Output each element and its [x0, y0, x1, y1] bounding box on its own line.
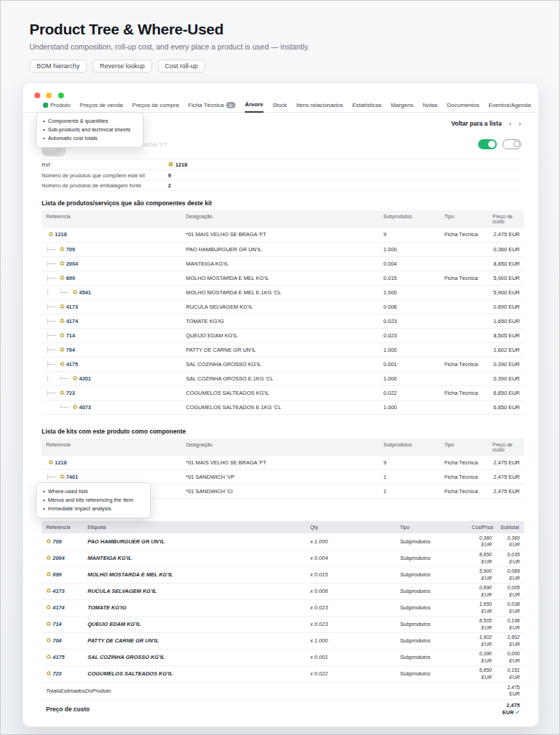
recycle-icon: ♻	[60, 474, 65, 480]
tab-label: Documentos	[447, 102, 480, 108]
ref-link[interactable]: 4175	[52, 654, 65, 660]
recycle-icon: ♻	[60, 246, 65, 253]
ref-link[interactable]: 4173	[66, 304, 78, 310]
designacao-cell: MANTEIGA KG'IL	[182, 256, 379, 271]
close-window-icon[interactable]	[34, 93, 40, 98]
tab[interactable]: Documentos	[447, 102, 480, 112]
info-label: Ref.	[42, 161, 168, 168]
tipo-cell: Subprodutos	[396, 566, 467, 583]
ref-link[interactable]: 723	[66, 390, 75, 396]
subtotal-cell: 0,196 EUR	[496, 616, 524, 632]
costprice-cell: 6,850 EUR	[467, 665, 496, 682]
tab-label: Preços de compra	[132, 102, 179, 108]
ref-link[interactable]: 714	[52, 621, 62, 627]
tipo-cell: Subprodutos	[396, 632, 467, 649]
ref-link[interactable]: 714	[66, 332, 75, 339]
component-row: ├── ♻ 699 MOLHO MOSTARDA E MEL KG'IL 0.0…	[42, 271, 524, 285]
bullet-icon: •	[43, 496, 45, 505]
callout-item: • Immediate impact analysis	[43, 505, 144, 513]
tipo-cell: Ficha Técnica	[440, 271, 488, 285]
tab[interactable]: Stock	[273, 102, 287, 112]
feature-chip[interactable]: Cost roll-up	[158, 60, 205, 72]
etiqueta-cell: PAO HAMBURGUER GR UN'IL	[83, 533, 306, 550]
qty-cell: x 1.000	[306, 533, 396, 550]
subprodutos-cell: 0.022	[379, 385, 440, 400]
column-header-subprodutos: Subprodutos	[379, 210, 440, 228]
next-icon[interactable]: ›	[518, 120, 521, 128]
tree-connector-icon: ├──	[46, 390, 56, 396]
prev-icon[interactable]: ‹	[509, 120, 512, 128]
tipo-cell	[440, 371, 488, 385]
tab[interactable]: Eventos/Agenda	[489, 102, 531, 112]
tab[interactable]: Margens	[391, 102, 414, 112]
maximize-window-icon[interactable]	[58, 93, 64, 98]
ref-link[interactable]: 704	[52, 637, 62, 644]
ref-link[interactable]: 4174	[52, 604, 65, 611]
component-row: │ └── ♻ 4541 MOLHO MOSTARDA E MEL E.1KG …	[42, 285, 524, 299]
column-header-referencia: Referencia	[42, 521, 83, 533]
component-row: ├── ♻ 709 PAO HAMBURGUER GR UN'IL 1.000 …	[42, 242, 524, 256]
feature-chip[interactable]: Reverse lookup	[93, 60, 152, 72]
ref-link[interactable]: 723	[52, 670, 62, 677]
ref-link[interactable]: 1218	[55, 459, 67, 466]
ref-link[interactable]: 699	[52, 571, 62, 578]
qty-cell: x 0.022	[306, 665, 396, 682]
ref-link[interactable]: 709	[52, 538, 62, 545]
tree-connector-icon: │ └──	[46, 375, 69, 382]
tree-connector-icon: ├──	[46, 275, 56, 281]
ref-link[interactable]: 4073	[79, 404, 91, 411]
tab[interactable]: Estatísticas	[353, 102, 382, 112]
page-subtitle: Understand composition, roll-up cost, an…	[29, 42, 538, 51]
subprodutos-cell: 9	[379, 456, 440, 470]
ref-link[interactable]: 4174	[66, 318, 78, 324]
tab[interactable]: Preços de compra	[132, 102, 179, 112]
callout-text: Automatic cost totals	[48, 134, 98, 143]
minimize-window-icon[interactable]	[46, 93, 52, 98]
ref-link[interactable]: 2004	[66, 261, 78, 267]
ref-link[interactable]: 699	[66, 275, 75, 281]
tab[interactable]: Árvore	[245, 101, 263, 113]
ref-link[interactable]: 709	[66, 246, 75, 253]
ficha-row: ♻ 709 PAO HAMBURGUER GR UN'IL x 1.000 Su…	[42, 533, 524, 550]
designacao-cell: COGUMELOS SALTEADOS KG'IL	[182, 385, 379, 400]
tree-connector-icon: │ └──	[46, 289, 69, 296]
ref-link[interactable]: 4173	[52, 588, 65, 594]
tab-label: Preços de venda	[80, 102, 123, 108]
qty-cell: x 0.006	[306, 583, 396, 599]
ref-link[interactable]: 4175	[66, 361, 78, 368]
ficha-row: ♻ 4173 RUCULA SELVAGEM KG'IL x 0.006 Sub…	[42, 583, 524, 599]
tab-label: Eventos/Agenda	[489, 102, 531, 108]
totals-label: TotaisEstimadosDoProduto	[42, 682, 496, 699]
callout-item: • Where-used lists	[43, 487, 144, 496]
tipo-cell: Subprodutos	[396, 583, 467, 599]
subtotal-cell: 1,602 EUR	[496, 632, 524, 649]
callout-item: • Sub-products and technical sheets	[43, 126, 136, 134]
referencia-cell: ├── ♻ 4175	[42, 357, 182, 371]
toggle-secondary[interactable]	[503, 139, 521, 149]
info-value: ♻ 9	[168, 172, 171, 179]
tab[interactable]: Ficha Técnica 11	[188, 102, 235, 112]
callout-item: • Automatic cost totals	[43, 134, 136, 143]
toggle-active[interactable]	[478, 139, 497, 149]
tab[interactable]: Itens relacionados	[297, 102, 343, 112]
ref-link[interactable]: 4541	[79, 289, 91, 296]
designacao-cell: *01 MAIS VELHO SE BRAGA 'FT	[182, 456, 379, 470]
ref-link[interactable]: 1218	[55, 231, 67, 238]
feature-chip[interactable]: BOM hierarchy	[29, 60, 87, 72]
tab[interactable]: Produto	[43, 102, 70, 112]
callout-text: Components & quantities	[48, 117, 108, 126]
designacao-cell: SAL COZINHA GROSSO E.1KG 'CL	[182, 371, 379, 385]
qty-cell: x 0.001	[306, 649, 396, 665]
back-to-list-link[interactable]: Voltar para a lista	[451, 120, 501, 127]
app-window: Produto Preços de venda Preços de compra	[22, 83, 539, 727]
referencia-cell: ♻ 723	[42, 665, 83, 682]
tipo-cell: Subprodutos	[396, 599, 467, 616]
subtotal-cell: 0,000 EUR	[496, 649, 524, 665]
subprodutos-cell: 0.006	[379, 299, 440, 314]
ref-link[interactable]: 2004	[52, 555, 65, 561]
ref-link[interactable]: 4201	[79, 375, 91, 382]
ref-link[interactable]: 7401	[66, 474, 78, 480]
tab[interactable]: Notas	[423, 102, 438, 112]
ref-link[interactable]: 704	[66, 347, 75, 353]
tab[interactable]: Preços de venda	[80, 102, 123, 112]
